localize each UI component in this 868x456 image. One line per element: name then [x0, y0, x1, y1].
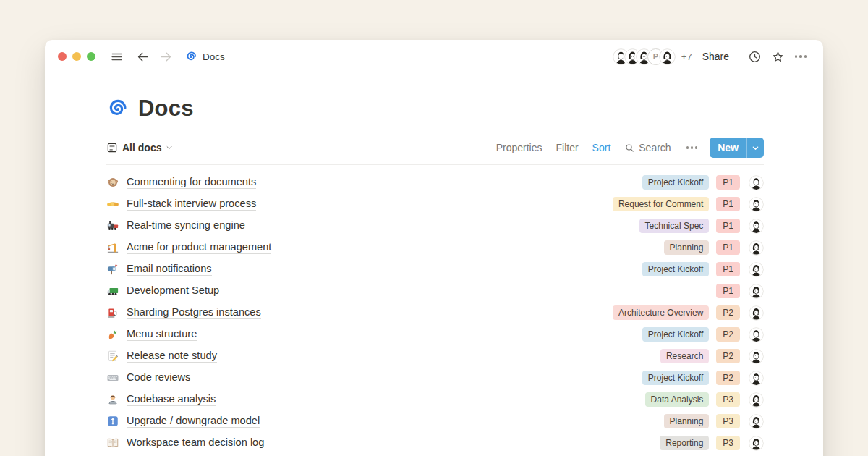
share-button[interactable]: Share — [702, 51, 729, 62]
doc-row[interactable]: Full-stack interview process Request for… — [106, 193, 764, 215]
doc-type-badge[interactable]: Planning — [664, 240, 710, 255]
doc-row[interactable]: Codebase analysis Data Analysis P3 — [106, 389, 764, 410]
priority-badge[interactable]: P1 — [716, 219, 740, 233]
assignee-avatar[interactable] — [749, 262, 764, 277]
avatars-overflow-count[interactable]: +7 — [681, 51, 692, 62]
toolbar-more-icon[interactable] — [685, 146, 699, 148]
doc-row[interactable]: Menu structure Project Kickoff P2 — [106, 324, 764, 345]
doc-title[interactable]: Release note study — [127, 350, 217, 363]
doc-type-badge[interactable]: Data Analysis — [645, 392, 710, 407]
priority-badge[interactable]: P2 — [716, 371, 740, 385]
doc-title[interactable]: Sharding Postgres instances — [127, 306, 261, 319]
assignee-avatar[interactable] — [749, 219, 764, 234]
assignee-avatar[interactable] — [749, 175, 764, 190]
doc-row[interactable]: Release note study Research P2 — [106, 345, 764, 367]
assignee-avatar[interactable] — [749, 414, 764, 429]
priority-badge[interactable]: P2 — [716, 305, 740, 320]
handshake-emoji-icon — [106, 198, 119, 211]
history-clock-icon[interactable] — [745, 47, 764, 66]
doc-title[interactable]: Menu structure — [127, 328, 197, 341]
priority-badge[interactable]: P2 — [716, 349, 740, 363]
search-button[interactable]: Search — [624, 142, 671, 153]
priority-badge[interactable]: P2 — [716, 327, 740, 342]
mailbox-emoji-icon — [106, 263, 119, 276]
doc-type-badge[interactable]: Reporting — [660, 436, 709, 450]
search-label: Search — [639, 142, 671, 153]
new-button[interactable]: New — [710, 138, 764, 158]
doc-title[interactable]: Commenting for documents — [127, 176, 256, 189]
carrot-emoji-icon — [106, 328, 119, 341]
sidebar-menu-icon[interactable] — [109, 48, 124, 64]
assignee-avatar[interactable] — [749, 371, 764, 386]
priority-badge[interactable]: P1 — [716, 240, 740, 255]
doc-type-badge[interactable]: Project Kickoff — [642, 175, 709, 190]
priority-badge[interactable]: P1 — [716, 197, 740, 211]
doc-title[interactable]: Upgrade / downgrade model — [127, 415, 260, 428]
titlebar-title: Docs — [203, 51, 225, 62]
doc-title[interactable]: Development Setup — [127, 284, 219, 297]
doc-type-badge[interactable]: Project Kickoff — [642, 371, 709, 385]
doc-row[interactable]: Code reviews Project Kickoff P2 — [106, 367, 764, 389]
doc-row[interactable]: Development Setup P1 — [106, 280, 764, 302]
doc-title[interactable]: Code reviews — [127, 371, 190, 384]
more-options-icon[interactable] — [791, 47, 810, 66]
assignee-avatar[interactable] — [749, 392, 764, 408]
page-header: Docs — [106, 96, 764, 122]
minimize-button[interactable] — [72, 52, 81, 61]
new-button-label: New — [710, 138, 746, 158]
priority-badge[interactable]: P1 — [716, 175, 740, 190]
priority-badge[interactable]: P3 — [716, 392, 740, 407]
doc-row[interactable]: Upgrade / downgrade model Planning P3 — [106, 410, 764, 432]
zoom-button[interactable] — [87, 52, 95, 61]
doc-type-badge[interactable]: Technical Spec — [639, 219, 710, 233]
view-switcher-all-docs[interactable]: All docs — [106, 142, 173, 153]
doc-row[interactable]: Sharding Postgres instances Architecture… — [106, 302, 764, 324]
priority-badge[interactable]: P1 — [716, 284, 740, 298]
doc-title[interactable]: Acme for product management — [127, 241, 271, 254]
doc-row[interactable]: Workspace team decision log Reporting P3 — [106, 432, 764, 454]
cyclone-emoji-icon[interactable] — [106, 98, 129, 120]
properties-button[interactable]: Properties — [496, 142, 542, 153]
assignee-avatar[interactable] — [749, 436, 764, 451]
titlebar-avatars[interactable]: P — [613, 48, 676, 65]
doc-row[interactable]: Email notifications Project Kickoff P1 — [106, 258, 764, 280]
doc-row[interactable]: Acme for product management Planning P1 — [106, 237, 764, 258]
favorite-star-icon[interactable] — [768, 47, 787, 66]
doc-type-badge[interactable]: Architecture Overview — [613, 305, 709, 320]
window-titlebar: Docs P +7 Share — [45, 40, 823, 73]
forward-arrow-icon[interactable] — [158, 48, 174, 64]
doc-type-badge[interactable]: Project Kickoff — [642, 262, 709, 276]
doc-type-badge[interactable]: Planning — [664, 414, 710, 428]
priority-badge[interactable]: P3 — [716, 436, 740, 450]
doc-row[interactable]: Real-time syncing engine Technical Spec … — [106, 215, 764, 237]
doc-type-badge[interactable]: Research — [660, 349, 709, 363]
memo-emoji-icon — [106, 350, 119, 363]
assignee-avatar[interactable] — [749, 305, 764, 321]
priority-badge[interactable]: P1 — [716, 262, 740, 276]
assignee-avatar[interactable] — [749, 327, 764, 342]
doc-type-badge[interactable]: Request for Comment — [613, 197, 709, 211]
filter-button[interactable]: Filter — [556, 142, 578, 153]
priority-badge[interactable]: P3 — [716, 414, 740, 428]
close-button[interactable] — [58, 52, 67, 61]
doc-row[interactable]: Commenting for documents Project Kickoff… — [106, 172, 764, 193]
back-arrow-icon[interactable] — [135, 48, 150, 64]
doc-title[interactable]: Email notifications — [127, 263, 212, 276]
doc-title[interactable]: Workspace team decision log — [127, 436, 264, 449]
chevron-down-icon — [166, 144, 173, 151]
page-content: Docs All docs Properties Filter Sort Sea… — [45, 96, 823, 456]
assignee-avatar[interactable] — [749, 197, 764, 212]
sort-button[interactable]: Sort — [592, 142, 611, 153]
fuel-pump-emoji-icon — [106, 306, 119, 319]
doc-title[interactable]: Real-time syncing engine — [127, 219, 245, 232]
keyboard-emoji-icon — [106, 371, 119, 384]
assignee-avatar[interactable] — [749, 349, 764, 364]
doc-title[interactable]: Full-stack interview process — [127, 198, 256, 211]
assignee-avatar[interactable] — [749, 284, 764, 299]
assignee-avatar[interactable] — [749, 240, 764, 256]
doc-type-badge[interactable]: Project Kickoff — [642, 327, 709, 342]
member-avatar[interactable] — [659, 48, 676, 65]
doc-title[interactable]: Codebase analysis — [127, 393, 216, 406]
new-button-chevron-icon[interactable] — [746, 138, 764, 158]
page-title[interactable]: Docs — [138, 96, 194, 122]
